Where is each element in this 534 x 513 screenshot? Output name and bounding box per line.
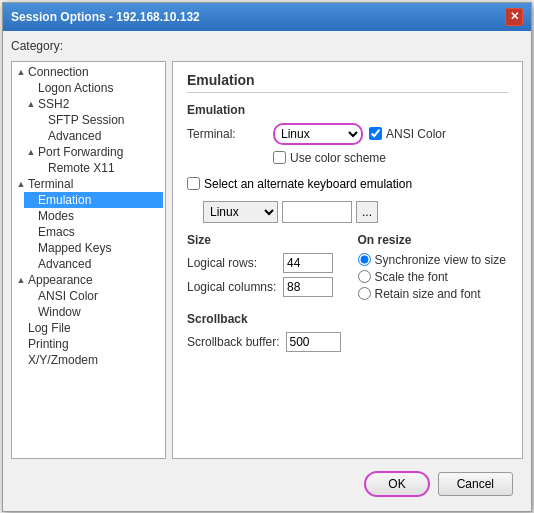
- use-color-scheme-row: Use color scheme: [273, 151, 508, 165]
- logical-rows-input[interactable]: [283, 253, 333, 273]
- ansi-color-label: ANSI Color: [386, 127, 446, 141]
- sidebar-item-appearance[interactable]: ▲ Appearance: [14, 272, 163, 288]
- use-color-scheme-checkbox[interactable]: [273, 151, 286, 164]
- label-logon-actions: Logon Actions: [38, 81, 113, 95]
- right-panel: Emulation Emulation Terminal: Linux VT10…: [172, 61, 523, 459]
- scrollback-buffer-input[interactable]: [286, 332, 341, 352]
- label-connection: Connection: [28, 65, 89, 79]
- sidebar-item-advanced-terminal[interactable]: Advanced: [24, 256, 163, 272]
- arrow-terminal: ▲: [16, 179, 26, 189]
- arrow-connection: ▲: [16, 67, 26, 77]
- sidebar-item-ansi-color[interactable]: ANSI Color: [24, 288, 163, 304]
- scale-font-radio[interactable]: [358, 270, 371, 283]
- label-terminal: Terminal: [28, 177, 73, 191]
- label-advanced-ssh2: Advanced: [48, 129, 101, 143]
- ansi-color-row: ANSI Color: [369, 127, 446, 141]
- scrollback-buffer-row: Scrollback buffer:: [187, 332, 508, 352]
- label-port-forwarding: Port Forwarding: [38, 145, 123, 159]
- logical-rows-row: Logical rows:: [187, 253, 338, 273]
- synchronize-radio[interactable]: [358, 253, 371, 266]
- sidebar-item-remote-x11[interactable]: Remote X11: [34, 160, 163, 176]
- sidebar-item-log-file[interactable]: Log File: [14, 320, 163, 336]
- dialog-body: Category: ▲ Connection Logon Actions ▲ S…: [3, 31, 531, 511]
- size-col: Size Logical rows: Logical columns:: [187, 233, 338, 304]
- sidebar-item-emacs[interactable]: Emacs: [24, 224, 163, 240]
- label-emulation: Emulation: [38, 193, 91, 207]
- arrow-portfwd: ▲: [26, 147, 36, 157]
- sidebar-item-sftp-session[interactable]: SFTP Session: [34, 112, 163, 128]
- label-ssh2: SSH2: [38, 97, 69, 111]
- sidebar-item-printing[interactable]: Printing: [14, 336, 163, 352]
- category-label: Category:: [11, 39, 523, 53]
- sidebar-item-terminal[interactable]: ▲ Terminal: [14, 176, 163, 192]
- ok-button[interactable]: OK: [364, 471, 429, 497]
- alternate-keyboard-label: Select an alternate keyboard emulation: [204, 177, 412, 191]
- arrow-appearance: ▲: [16, 275, 26, 285]
- logical-columns-input[interactable]: [283, 277, 333, 297]
- alternate-keyboard-checkbox[interactable]: [187, 177, 200, 190]
- sidebar-item-window[interactable]: Window: [24, 304, 163, 320]
- color-scheme-row: Use color scheme: [273, 151, 508, 169]
- sidebar-item-ssh2[interactable]: ▲ SSH2: [24, 96, 163, 112]
- size-title: Size: [187, 233, 338, 247]
- logical-columns-label: Logical columns:: [187, 280, 277, 294]
- sidebar-item-xyz-modem[interactable]: X/Y/Zmodem: [14, 352, 163, 368]
- sidebar-item-logon-actions[interactable]: Logon Actions: [24, 80, 163, 96]
- label-advanced-terminal: Advanced: [38, 257, 91, 271]
- on-resize-col: On resize Synchronize view to size Scale…: [358, 233, 509, 304]
- sidebar-item-mapped-keys[interactable]: Mapped Keys: [24, 240, 163, 256]
- alternate-emulation-row2: Linux VT100 VT220 ...: [203, 201, 508, 223]
- scrollback-buffer-label: Scrollback buffer:: [187, 335, 280, 349]
- label-appearance: Appearance: [28, 273, 93, 287]
- size-onresize-section: Size Logical rows: Logical columns: On r…: [187, 233, 508, 304]
- synchronize-row: Synchronize view to size: [358, 253, 509, 267]
- sidebar-item-advanced-ssh2[interactable]: Advanced: [34, 128, 163, 144]
- alternate-keyboard-row: Select an alternate keyboard emulation: [187, 177, 508, 191]
- terminal-select[interactable]: Linux VT100 VT220 Xterm ANSI: [273, 123, 363, 145]
- content-area: ▲ Connection Logon Actions ▲ SSH2 SFTP S…: [11, 61, 523, 459]
- bottom-bar: OK Cancel: [11, 465, 523, 503]
- title-bar: Session Options - 192.168.10.132 ✕: [3, 3, 531, 31]
- retain-size-row: Retain size and font: [358, 287, 509, 301]
- label-ansi-color: ANSI Color: [38, 289, 98, 303]
- label-modes: Modes: [38, 209, 74, 223]
- sidebar-item-emulation[interactable]: Emulation: [24, 192, 163, 208]
- scrollback-section: Scrollback Scrollback buffer:: [187, 312, 508, 352]
- label-remote-x11: Remote X11: [48, 161, 115, 175]
- label-xyz-modem: X/Y/Zmodem: [28, 353, 98, 367]
- alternate-emulation-ellipsis[interactable]: ...: [356, 201, 378, 223]
- scale-font-row: Scale the font: [358, 270, 509, 284]
- emulation-section-label: Emulation: [187, 103, 508, 117]
- logical-columns-row: Logical columns:: [187, 277, 338, 297]
- scale-font-label: Scale the font: [375, 270, 448, 284]
- retain-size-radio[interactable]: [358, 287, 371, 300]
- dialog-title: Session Options - 192.168.10.132: [11, 10, 200, 24]
- label-printing: Printing: [28, 337, 69, 351]
- use-color-scheme-label: Use color scheme: [290, 151, 386, 165]
- alternate-emulation-text[interactable]: [282, 201, 352, 223]
- ansi-color-checkbox[interactable]: [369, 127, 382, 140]
- label-mapped-keys: Mapped Keys: [38, 241, 111, 255]
- on-resize-title: On resize: [358, 233, 509, 247]
- close-button[interactable]: ✕: [505, 8, 523, 26]
- sidebar-item-connection[interactable]: ▲ Connection: [14, 64, 163, 80]
- alternate-emulation-select[interactable]: Linux VT100 VT220: [203, 201, 278, 223]
- terminal-row: Terminal: Linux VT100 VT220 Xterm ANSI A…: [187, 123, 508, 145]
- logical-rows-label: Logical rows:: [187, 256, 277, 270]
- label-log-file: Log File: [28, 321, 71, 335]
- synchronize-label: Synchronize view to size: [375, 253, 506, 267]
- sidebar-item-modes[interactable]: Modes: [24, 208, 163, 224]
- sidebar-item-port-forwarding[interactable]: ▲ Port Forwarding: [24, 144, 163, 160]
- label-window: Window: [38, 305, 81, 319]
- session-options-dialog: Session Options - 192.168.10.132 ✕ Categ…: [2, 2, 532, 512]
- label-sftp: SFTP Session: [48, 113, 124, 127]
- cancel-button[interactable]: Cancel: [438, 472, 513, 496]
- tree-panel: ▲ Connection Logon Actions ▲ SSH2 SFTP S…: [11, 61, 166, 459]
- arrow-ssh2: ▲: [26, 99, 36, 109]
- panel-title: Emulation: [187, 72, 508, 93]
- retain-size-label: Retain size and font: [375, 287, 481, 301]
- terminal-label: Terminal:: [187, 127, 267, 141]
- label-emacs: Emacs: [38, 225, 75, 239]
- scrollback-title: Scrollback: [187, 312, 508, 326]
